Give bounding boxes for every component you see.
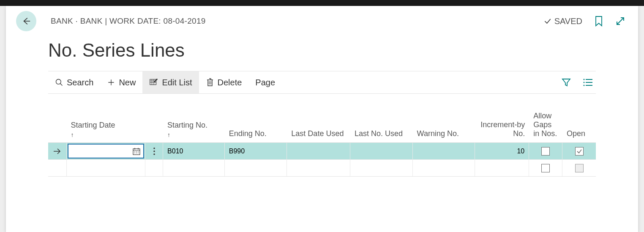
app-topbar [0,0,644,6]
cell-starting-date[interactable] [67,160,146,176]
cell-last-no-used[interactable] [350,143,413,159]
calendar-icon[interactable] [132,147,141,156]
col-warning-no[interactable]: Warning No. [413,127,475,142]
svg-point-6 [153,147,155,149]
sort-asc-icon: ↑ [167,131,170,138]
cell-ending-no[interactable]: B990 [225,143,287,159]
cell-last-date-used[interactable] [287,143,350,159]
delete-label: Delete [218,78,242,87]
edit-list-icon [149,78,158,87]
col-selector [48,136,67,142]
search-icon [55,78,63,87]
col-actions [145,136,163,142]
col-ending-no[interactable]: Ending No. [225,127,287,142]
list-view-icon[interactable] [583,78,593,87]
cell-ending-no[interactable] [225,160,287,176]
edit-list-button[interactable]: Edit List [142,71,199,93]
search-label: Search [67,78,93,87]
data-grid: Starting Date ↑ Starting No. ↑ Ending No… [48,104,596,177]
cell-allow-gaps[interactable] [529,160,562,176]
svg-point-8 [153,153,155,155]
back-button[interactable] [16,11,36,31]
svg-point-3 [584,82,585,83]
arrow-left-icon [22,16,31,26]
sort-asc-icon: ↑ [71,131,74,138]
svg-point-7 [153,150,155,152]
cell-open[interactable] [562,143,596,159]
check-icon [543,17,552,25]
col-allow-gaps[interactable]: Allow Gaps in Nos. [529,109,562,142]
delete-button[interactable]: Delete [199,71,249,93]
row-actions[interactable] [145,160,163,176]
col-increment-by[interactable]: Increment-by No. [475,118,529,142]
filter-icon[interactable] [561,77,571,87]
allow-gaps-checkbox[interactable] [541,147,550,156]
cell-increment-by[interactable] [475,160,529,176]
saved-status: SAVED [543,16,582,26]
cell-allow-gaps[interactable] [529,143,562,159]
open-checkbox[interactable] [575,147,584,156]
bookmark-icon[interactable] [594,16,603,27]
trash-icon [206,78,214,87]
expand-icon[interactable] [615,16,625,26]
new-button[interactable]: New [100,71,142,93]
search-button[interactable]: Search [48,71,100,93]
edit-list-label: Edit List [162,78,192,87]
toolbar: Search New Edit List Dele [48,71,596,94]
svg-point-0 [56,79,61,85]
page-menu[interactable]: Page [248,71,282,93]
arrow-right-icon [53,148,61,155]
cell-starting-date[interactable] [67,143,146,159]
svg-rect-1 [150,79,156,85]
cell-warning-no[interactable] [413,143,475,159]
page-title: No. Series Lines [6,31,638,71]
new-label: New [119,78,136,87]
row-handle[interactable] [48,160,67,176]
row-handle[interactable] [48,143,67,159]
table-row[interactable]: B010 B990 10 [48,143,596,160]
check-icon [576,148,582,154]
cell-starting-no[interactable]: B010 [163,143,225,159]
plus-icon [107,78,115,87]
cell-last-no-used[interactable] [350,160,413,176]
page-header: BANK · BANK | WORK DATE: 08-04-2019 SAVE… [6,6,638,31]
cell-starting-no[interactable] [163,160,225,176]
svg-point-2 [584,79,585,80]
col-last-date-used[interactable]: Last Date Used [287,127,350,142]
col-starting-date[interactable]: Starting Date ↑ [67,118,146,142]
page-label: Page [255,78,275,87]
col-starting-no[interactable]: Starting No. ↑ [163,118,225,142]
main-panel: BANK · BANK | WORK DATE: 08-04-2019 SAVE… [6,6,638,232]
cell-open[interactable] [562,160,596,176]
open-checkbox[interactable] [575,164,584,172]
starting-date-input[interactable] [68,144,145,158]
more-vertical-icon [153,147,156,156]
cell-warning-no[interactable] [413,160,475,176]
grid-header: Starting Date ↑ Starting No. ↑ Ending No… [48,104,596,143]
col-last-no-used[interactable]: Last No. Used [350,127,413,142]
allow-gaps-checkbox[interactable] [541,164,550,172]
svg-point-4 [584,85,585,86]
col-open[interactable]: Open [562,127,596,142]
row-actions[interactable] [145,143,163,159]
cell-increment-by[interactable]: 10 [475,143,529,159]
cell-last-date-used[interactable] [287,160,350,176]
table-row[interactable] [48,160,596,177]
breadcrumb: BANK · BANK | WORK DATE: 08-04-2019 [51,16,206,26]
saved-label: SAVED [554,16,582,26]
